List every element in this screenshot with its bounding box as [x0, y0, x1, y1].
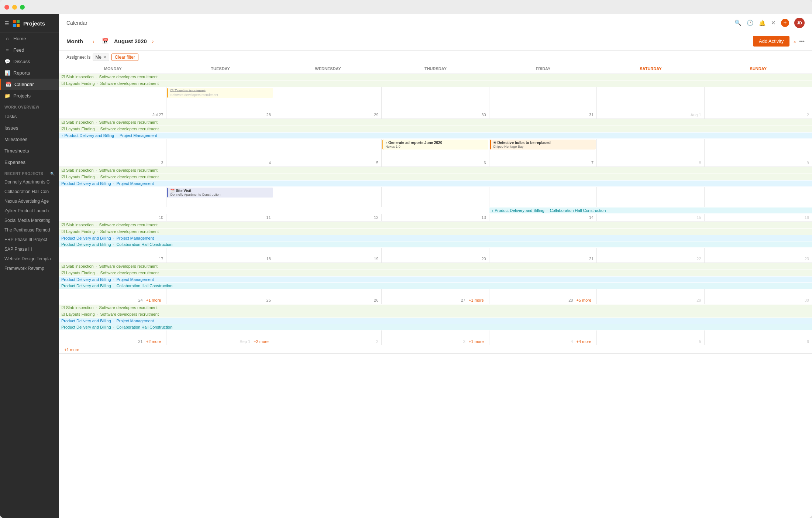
recent-website[interactable]: Website Design Templa [0, 254, 59, 264]
collab-band-w4[interactable]: Product Delivery and Billing ∙ Collabora… [59, 283, 812, 289]
product-band-w4[interactable]: Product Delivery and Billing ∙ Project M… [59, 277, 812, 282]
slab-band-w1[interactable]: ☑ Slab inspection ∙ Software developers … [59, 119, 812, 126]
date-aug1: Aug 1 [597, 111, 704, 119]
layouts-band-w5[interactable]: ☑ Layouts Finding ∙ Software developers … [59, 311, 812, 318]
nav-calendar[interactable]: 📅 Calendar [0, 79, 59, 90]
bell-icon[interactable]: 🔔 [759, 20, 766, 26]
slab-band-w0[interactable]: ☑ Slab inspection ∙ Software developers … [59, 74, 812, 80]
date-6: 6 [382, 159, 489, 167]
search-icon[interactable]: 🔍 [734, 20, 742, 26]
w1-day1 [59, 139, 166, 159]
site-visit-title: 📅 Site Visit [170, 189, 271, 193]
nav-feed[interactable]: ≡ Feed [0, 44, 59, 56]
date-26: 26 [274, 296, 382, 304]
date-27: 27 +1 more [382, 296, 489, 304]
slab-band-w3[interactable]: ☑ Slab inspection ∙ Software developers … [59, 222, 812, 228]
recent-projects-section: RECENT PROJECTS 🔍 [0, 168, 59, 177]
recent-donnelly[interactable]: Donnelly Apartments C [0, 177, 59, 187]
date-28: 28 +5 more [489, 296, 597, 304]
hamburger-icon[interactable]: ☰ [4, 20, 9, 26]
more-31[interactable]: +2 more [144, 339, 164, 344]
prev-month-btn[interactable]: ‹ [90, 38, 97, 45]
more-sep4[interactable]: +4 more [574, 339, 593, 344]
filter-tag: Me ✕ [93, 54, 109, 61]
main-content: Calendar 🔍 🕐 🔔 ✕ + JD Month ‹ 📅 August 2… [59, 14, 812, 518]
recent-zylker[interactable]: Zylker Product Launch [0, 206, 59, 216]
recent-erp[interactable]: ERP Phase III Project [0, 235, 59, 244]
nav-reports[interactable]: 📊 Reports [0, 67, 59, 79]
product-band-w5[interactable]: Product Delivery and Billing ∙ Project M… [59, 318, 812, 324]
work-timesheets[interactable]: Timesheets [0, 145, 59, 157]
recent-nexus[interactable]: Nexus Advertising Age [0, 196, 59, 206]
main-header: Calendar 🔍 🕐 🔔 ✕ + JD [59, 14, 812, 32]
layouts-band-w3[interactable]: ☑ Layouts Finding ∙ Software developers … [59, 229, 812, 235]
more-24[interactable]: +1 more [144, 298, 164, 303]
more-28[interactable]: +5 more [574, 298, 593, 303]
product-band-w1[interactable]: ↑ Product Delivery and Billing ∙ Project… [59, 133, 812, 138]
next-month-btn[interactable]: › [150, 38, 156, 45]
layouts-band-w4[interactable]: ☑ Layouts Finding ∙ Software developers … [59, 270, 812, 276]
close-dot[interactable] [4, 5, 9, 10]
w2-day5 [489, 187, 597, 207]
close-icon[interactable]: ✕ [771, 20, 776, 26]
work-tasks[interactable]: Tasks [0, 111, 59, 122]
nav-discuss[interactable]: 💬 Discuss [0, 56, 59, 67]
day-header-fri: FRIDAY [489, 64, 597, 73]
w1-day3 [274, 139, 382, 159]
work-milestones[interactable]: Milestones [0, 134, 59, 145]
work-expenses[interactable]: Expenses [0, 157, 59, 168]
more-27[interactable]: +1 more [467, 298, 486, 303]
assignee-label: Assignee: Is [66, 55, 90, 60]
more-sep3[interactable]: +1 more [467, 339, 486, 344]
week-row-2: ☑ Slab inspection ∙ Software developers … [59, 167, 812, 222]
date-29: 29 [274, 111, 382, 119]
discuss-icon: 💬 [4, 59, 10, 64]
generate-ad-card[interactable]: ↑ Generate ad reports June 2020 Nexus 1.… [382, 140, 488, 150]
clear-filter-button[interactable]: Clear filter [111, 54, 138, 61]
more-options-icon[interactable]: ••• [799, 38, 805, 44]
layouts-band-w1[interactable]: ☑ Layouts Finding ∙ Software developers … [59, 126, 812, 132]
maximize-dot[interactable] [20, 5, 25, 10]
svg-rect-3 [17, 24, 20, 27]
date-12: 12 [274, 214, 382, 221]
recent-penthouse[interactable]: The Penthouse Remod [0, 225, 59, 235]
recent-sap[interactable]: SAP Phase III [0, 244, 59, 254]
collab-band-w2[interactable]: ↑ Product Delivery and Billing ∙ Collabo… [489, 207, 812, 213]
work-issues[interactable]: Issues [0, 122, 59, 134]
app-layout: ☰ Projects ⌂ Home ≡ Feed 💬 Discuss [0, 14, 812, 518]
site-visit-card[interactable]: 📅 Site Visit Donnelly Apartments Constru… [167, 188, 273, 198]
clock-icon[interactable]: 🕐 [747, 20, 754, 26]
filter-icon[interactable]: ⬦ [793, 38, 796, 44]
product-band-w2[interactable]: Product Delivery and Billing ∙ Project M… [59, 181, 812, 186]
add-icon[interactable]: + [781, 19, 789, 27]
collab-band-w3[interactable]: Product Delivery and Billing ∙ Collabora… [59, 241, 812, 247]
minimize-dot[interactable] [12, 5, 17, 10]
slab-cb3: ☑ [61, 223, 65, 227]
svg-rect-0 [13, 20, 16, 23]
date-5: 5 [274, 159, 382, 167]
product-band-w3[interactable]: Product Delivery and Billing ∙ Project M… [59, 235, 812, 241]
date-28: 28 [166, 111, 274, 119]
termite-card[interactable]: ☑ Termite treatment Software developers … [167, 88, 273, 98]
nav-arrows: ‹ 📅 August 2020 › [90, 38, 156, 45]
add-activity-button[interactable]: Add Activity [753, 36, 789, 47]
filter-remove-icon[interactable]: ✕ [103, 55, 107, 60]
recent-collab[interactable]: Collaboration Hall Con [0, 187, 59, 196]
layouts-band-w0[interactable]: ☑ Layouts Finding ∙ Software developers … [59, 80, 812, 87]
collab-band-w5[interactable]: Product Delivery and Billing ∙ Collabora… [59, 324, 812, 330]
user-avatar[interactable]: JD [794, 18, 805, 28]
layouts-band-w2[interactable]: ☑ Layouts Finding ∙ Software developers … [59, 174, 812, 180]
feed-icon: ≡ [4, 47, 10, 53]
week2-dates: 10 11 12 13 14 15 16 [59, 214, 812, 221]
bottom-more-link[interactable]: +1 more [62, 347, 82, 352]
slab-band-w4[interactable]: ☑ Slab inspection ∙ Software developers … [59, 263, 812, 270]
nav-home[interactable]: ⌂ Home [0, 33, 59, 44]
slab-band-w5[interactable]: ☑ Slab inspection ∙ Software developers … [59, 305, 812, 311]
recent-social[interactable]: Social Media Marketing [0, 216, 59, 225]
slab-band-w2[interactable]: ☑ Slab inspection ∙ Software developers … [59, 167, 812, 174]
recent-search-icon[interactable]: 🔍 [50, 172, 55, 176]
nav-projects[interactable]: 📁 Projects [0, 90, 59, 102]
more-sep1[interactable]: +2 more [251, 339, 271, 344]
defective-bulbs-card[interactable]: ☀ Defective bulbs to be replaced Chipco … [490, 140, 596, 150]
recent-framework[interactable]: Framework Revamp [0, 264, 59, 273]
